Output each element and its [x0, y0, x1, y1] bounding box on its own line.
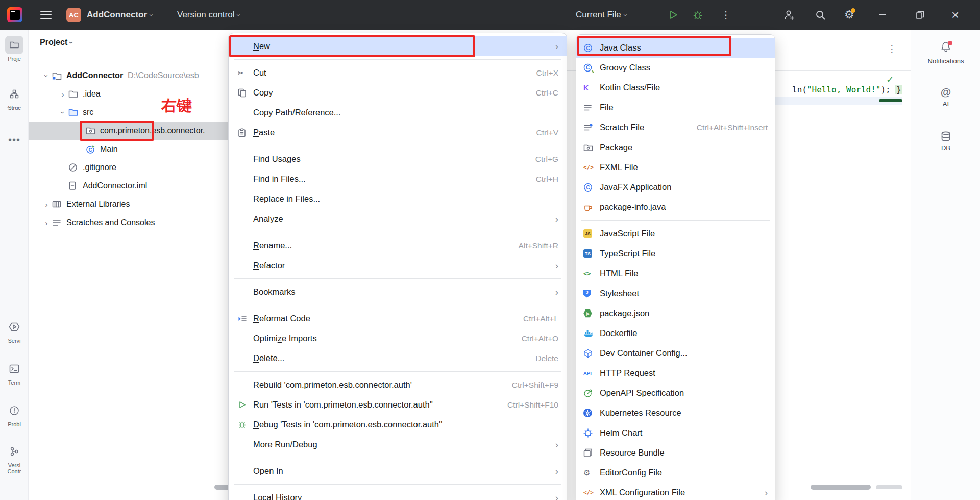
tree-item-label: .gitignore [83, 163, 116, 172]
editor-scrollbar-track[interactable] [876, 485, 902, 489]
menu-item-local-history[interactable]: Local History › [229, 488, 567, 500]
submenu-item-editorconfig[interactable]: ⚙ EditorConfig File [576, 463, 775, 483]
more-tool-windows-button[interactable]: ••• [0, 134, 29, 146]
submenu-item-package-info[interactable]: package-info.java [576, 197, 775, 217]
inspections-ok-icon[interactable]: ✓ [886, 74, 894, 85]
tool-button-terminal[interactable]: Term [0, 360, 29, 386]
database-button[interactable]: DB [911, 131, 980, 152]
menu-item-reformat-code[interactable]: Reformat Code Ctrl+Alt+L [229, 308, 567, 328]
menu-item-rebuild[interactable]: Rebuild 'com.primeton.esb.connector.auth… [229, 375, 567, 395]
menu-item-paste[interactable]: Paste Ctrl+V [229, 123, 567, 142]
notifications-button[interactable]: Notifications [911, 41, 980, 65]
submenu-item-kotlin-class[interactable]: K Kotlin Class/File [576, 78, 775, 98]
submenu-item-helm-chart[interactable]: Helm Chart [576, 423, 775, 443]
submenu-item-html-file[interactable]: <> HTML File [576, 264, 775, 283]
menu-item-find-in-files[interactable]: Find in Files... Ctrl+H [229, 169, 567, 189]
submenu-item-javafx-application[interactable]: C JavaFX Application [576, 177, 775, 197]
menu-item-more-run-debug[interactable]: More Run/Debug › [229, 435, 567, 455]
menu-item-label: Refactor [253, 260, 285, 270]
submenu-item-package[interactable]: Package [576, 137, 775, 157]
tool-button-services[interactable]: Servi [0, 318, 29, 344]
chevron-expanded-icon[interactable]: › [41, 72, 52, 80]
tree-row-external-libraries[interactable]: › External Libraries [29, 195, 255, 213]
ai-assistant-button[interactable]: @ AI [911, 86, 980, 108]
tree-item-label: AddConnector.iml [83, 181, 147, 191]
main-menu-button[interactable] [40, 0, 52, 30]
tree-row-src[interactable]: › src [29, 103, 255, 122]
tool-button-project[interactable]: Proje [0, 36, 29, 62]
chevron-collapsed-icon[interactable]: › [57, 90, 68, 99]
search-everywhere-button[interactable] [815, 0, 826, 30]
tree-row-addconnector[interactable]: › AddConnector D:\CodeSource\esb [29, 66, 255, 85]
menu-item-label: Optimize Imports [253, 334, 317, 343]
project-tree: › AddConnector D:\CodeSource\esb › .idea… [29, 66, 255, 232]
svg-text:C: C [586, 65, 590, 70]
restore-button[interactable] [915, 0, 925, 30]
submenu-item-file[interactable]: File [576, 98, 775, 117]
menu-item-bookmarks[interactable]: Bookmarks › [229, 282, 567, 302]
editor-options-button[interactable]: ⋮ [887, 43, 897, 55]
project-panel-header[interactable]: Project › [40, 38, 73, 47]
menu-item-copy-path[interactable]: Copy Path/Reference... [229, 103, 567, 123]
submenu-item-label: HTTP Request [600, 368, 655, 378]
submenu-item-dev-container[interactable]: Dev Container Config... [576, 343, 775, 363]
settings-button[interactable]: ⚙ [844, 0, 854, 30]
chevron-expanded-icon[interactable]: › [57, 108, 68, 117]
run-button[interactable] [668, 0, 679, 30]
menu-item-delete[interactable]: Delete... Delete [229, 348, 567, 368]
chevron-collapsed-icon[interactable]: › [41, 200, 52, 209]
tree-row-gitignore[interactable]: .gitignore [29, 158, 255, 177]
minimize-button[interactable] [879, 0, 886, 30]
submenu-item-xml-configuration[interactable]: </> XML Configuration File › [576, 483, 775, 500]
submenu-item-javascript-file[interactable]: JS JavaScript File [576, 224, 775, 244]
tool-button-version-control[interactable]: Versi Contr [0, 442, 29, 474]
menu-item-optimize-imports[interactable]: Optimize Imports Ctrl+Alt+O [229, 328, 567, 348]
tool-button-structure[interactable]: Struc [0, 85, 29, 111]
chevron-collapsed-icon[interactable]: › [41, 219, 52, 227]
submenu-item-dockerfile[interactable]: Dockerfile [576, 323, 775, 343]
editor-horizontal-scrollbar[interactable] [811, 485, 871, 490]
api-icon: API [583, 370, 600, 376]
code-with-me-button[interactable] [783, 0, 796, 30]
fxml-icon: </> [583, 164, 600, 171]
submenu-item-openapi-spec[interactable]: OpenAPI Specification [576, 383, 775, 403]
menu-item-cut[interactable]: ✂ Cut Ctrl+X [229, 63, 567, 83]
tree-row-idea[interactable]: › .idea [29, 85, 255, 103]
tool-button-problems[interactable]: Probl [0, 401, 29, 427]
submenu-item-resource-bundle[interactable]: Resource Bundle [576, 443, 775, 463]
menu-item-copy[interactable]: Copy Ctrl+C [229, 83, 567, 103]
submenu-item-package-json[interactable]: js package.json [576, 303, 775, 323]
scratches-icon [52, 219, 65, 226]
submenu-item-scratch-file[interactable]: Scratch File Ctrl+Alt+Shift+Insert [576, 117, 775, 137]
tree-row-main-class[interactable]: C Main [29, 140, 255, 158]
menu-item-replace-in-files[interactable]: Replace in Files... [229, 189, 567, 209]
submenu-item-typescript-file[interactable]: TS TypeScript File [576, 244, 775, 264]
project-widget[interactable]: AddConnector › [87, 0, 153, 30]
menu-item-refactor[interactable]: Refactor › [229, 255, 567, 275]
submenu-item-groovy-class[interactable]: CG Groovy Class [576, 58, 775, 78]
menu-item-open-in[interactable]: Open In › [229, 461, 567, 481]
terminal-icon [9, 364, 19, 373]
submenu-item-fxml-file[interactable]: </> FXML File [576, 157, 775, 177]
submenu-item-kubernetes-resource[interactable]: Kubernetes Resource [576, 403, 775, 423]
openapi-icon [583, 389, 600, 398]
tree-row-iml-file[interactable]: AddConnector.iml [29, 177, 255, 195]
menu-item-debug-tests[interactable]: Debug 'Tests in 'com.primeton.esb.connec… [229, 415, 567, 435]
more-actions-button[interactable]: ⋮ [721, 0, 731, 30]
submenu-item-http-request[interactable]: API HTTP Request [576, 363, 775, 383]
kubernetes-icon [583, 409, 600, 417]
run-configuration-widget[interactable]: Current File › [576, 0, 627, 30]
submenu-item-stylesheet[interactable]: 3 Stylesheet [576, 283, 775, 303]
tree-row-scratches[interactable]: › Scratches and Consoles [29, 213, 255, 232]
menu-item-analyze[interactable]: Analyze › [229, 209, 567, 229]
menu-item-run-tests[interactable]: Run 'Tests in 'com.primeton.esb.connecto… [229, 395, 567, 415]
menu-item-find-usages[interactable]: Find Usages Ctrl+G [229, 149, 567, 169]
menu-item-rename[interactable]: Rename... Alt+Shift+R [229, 235, 567, 255]
close-button[interactable]: × [951, 0, 959, 30]
annotation-box-java-class [577, 36, 731, 56]
vcs-widget[interactable]: Version control › [177, 0, 240, 30]
close-icon: × [951, 8, 959, 21]
debug-button[interactable] [692, 0, 703, 30]
groovy-class-icon: CG [583, 63, 600, 73]
project-badge[interactable]: AC [66, 0, 81, 30]
